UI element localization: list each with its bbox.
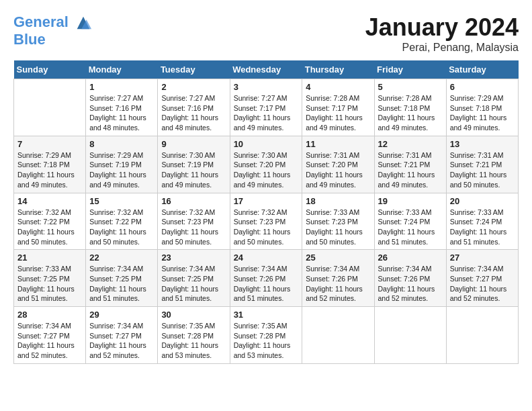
calendar-cell <box>374 307 446 364</box>
page-header: General Blue January 2024 Perai, Penang,… <box>13 13 519 54</box>
calendar-cell: 25Sunrise: 7:34 AM Sunset: 7:26 PM Dayli… <box>302 250 374 307</box>
cell-info: Sunrise: 7:28 AM Sunset: 7:18 PM Dayligh… <box>378 93 443 133</box>
location-title: Perai, Penang, Malaysia <box>365 42 519 54</box>
cell-info: Sunrise: 7:29 AM Sunset: 7:19 PM Dayligh… <box>89 150 154 190</box>
cell-info: Sunrise: 7:27 AM Sunset: 7:17 PM Dayligh… <box>234 93 299 133</box>
header-thursday: Thursday <box>302 60 374 79</box>
calendar-cell <box>14 79 86 136</box>
calendar-cell: 20Sunrise: 7:33 AM Sunset: 7:24 PM Dayli… <box>446 193 518 250</box>
cell-info: Sunrise: 7:34 AM Sunset: 7:27 PM Dayligh… <box>450 264 515 304</box>
cell-info: Sunrise: 7:32 AM Sunset: 7:22 PM Dayligh… <box>89 208 154 247</box>
calendar-cell: 3Sunrise: 7:27 AM Sunset: 7:17 PM Daylig… <box>230 79 302 136</box>
calendar-cell: 16Sunrise: 7:32 AM Sunset: 7:23 PM Dayli… <box>158 193 230 250</box>
calendar-cell: 1Sunrise: 7:27 AM Sunset: 7:16 PM Daylig… <box>86 79 158 136</box>
header-monday: Monday <box>86 60 158 79</box>
day-number: 9 <box>161 139 226 149</box>
calendar-cell <box>446 307 518 364</box>
day-number: 18 <box>306 196 370 206</box>
day-number: 16 <box>161 196 226 206</box>
calendar-cell: 22Sunrise: 7:34 AM Sunset: 7:25 PM Dayli… <box>86 250 158 307</box>
cell-info: Sunrise: 7:32 AM Sunset: 7:23 PM Dayligh… <box>234 208 299 247</box>
calendar-week-4: 21Sunrise: 7:33 AM Sunset: 7:25 PM Dayli… <box>14 250 519 307</box>
calendar-cell: 24Sunrise: 7:34 AM Sunset: 7:26 PM Dayli… <box>230 250 302 307</box>
day-number: 8 <box>89 139 154 149</box>
calendar-week-5: 28Sunrise: 7:34 AM Sunset: 7:27 PM Dayli… <box>14 307 519 364</box>
cell-info: Sunrise: 7:28 AM Sunset: 7:17 PM Dayligh… <box>306 93 370 133</box>
calendar-cell: 18Sunrise: 7:33 AM Sunset: 7:23 PM Dayli… <box>302 193 374 250</box>
cell-info: Sunrise: 7:34 AM Sunset: 7:25 PM Dayligh… <box>161 264 226 304</box>
cell-info: Sunrise: 7:32 AM Sunset: 7:22 PM Dayligh… <box>17 208 82 247</box>
calendar-cell: 23Sunrise: 7:34 AM Sunset: 7:25 PM Dayli… <box>158 250 230 307</box>
day-number: 10 <box>234 139 299 149</box>
day-number: 22 <box>89 253 154 263</box>
cell-info: Sunrise: 7:33 AM Sunset: 7:23 PM Dayligh… <box>306 208 370 247</box>
calendar-cell: 31Sunrise: 7:35 AM Sunset: 7:28 PM Dayli… <box>230 307 302 364</box>
cell-info: Sunrise: 7:34 AM Sunset: 7:27 PM Dayligh… <box>89 321 154 361</box>
day-number: 31 <box>234 310 299 320</box>
calendar-cell: 14Sunrise: 7:32 AM Sunset: 7:22 PM Dayli… <box>14 193 86 250</box>
cell-info: Sunrise: 7:35 AM Sunset: 7:28 PM Dayligh… <box>234 321 299 361</box>
calendar-week-2: 7Sunrise: 7:29 AM Sunset: 7:18 PM Daylig… <box>14 136 519 193</box>
title-block: January 2024 Perai, Penang, Malaysia <box>365 13 519 54</box>
cell-info: Sunrise: 7:31 AM Sunset: 7:21 PM Dayligh… <box>450 150 515 190</box>
cell-info: Sunrise: 7:30 AM Sunset: 7:19 PM Dayligh… <box>161 150 226 190</box>
calendar-cell: 4Sunrise: 7:28 AM Sunset: 7:17 PM Daylig… <box>302 79 374 136</box>
calendar-cell: 10Sunrise: 7:30 AM Sunset: 7:20 PM Dayli… <box>230 136 302 193</box>
day-number: 13 <box>450 139 515 149</box>
calendar-cell: 29Sunrise: 7:34 AM Sunset: 7:27 PM Dayli… <box>86 307 158 364</box>
day-number: 26 <box>378 253 443 263</box>
cell-info: Sunrise: 7:32 AM Sunset: 7:23 PM Dayligh… <box>161 208 226 247</box>
header-wednesday: Wednesday <box>230 60 302 79</box>
day-number: 1 <box>89 82 154 92</box>
day-number: 21 <box>17 253 82 263</box>
calendar-week-1: 1Sunrise: 7:27 AM Sunset: 7:16 PM Daylig… <box>14 79 519 136</box>
calendar-cell: 5Sunrise: 7:28 AM Sunset: 7:18 PM Daylig… <box>374 79 446 136</box>
calendar-cell: 15Sunrise: 7:32 AM Sunset: 7:22 PM Dayli… <box>86 193 158 250</box>
calendar-cell: 7Sunrise: 7:29 AM Sunset: 7:18 PM Daylig… <box>14 136 86 193</box>
day-number: 28 <box>17 310 82 320</box>
calendar-cell: 6Sunrise: 7:29 AM Sunset: 7:18 PM Daylig… <box>446 79 518 136</box>
cell-info: Sunrise: 7:34 AM Sunset: 7:26 PM Dayligh… <box>234 264 299 304</box>
cell-info: Sunrise: 7:30 AM Sunset: 7:20 PM Dayligh… <box>234 150 299 190</box>
day-number: 3 <box>234 82 299 92</box>
day-number: 29 <box>89 310 154 320</box>
day-number: 30 <box>161 310 226 320</box>
calendar-cell: 13Sunrise: 7:31 AM Sunset: 7:21 PM Dayli… <box>446 136 518 193</box>
calendar-cell: 17Sunrise: 7:32 AM Sunset: 7:23 PM Dayli… <box>230 193 302 250</box>
cell-info: Sunrise: 7:34 AM Sunset: 7:27 PM Dayligh… <box>17 321 82 361</box>
cell-info: Sunrise: 7:29 AM Sunset: 7:18 PM Dayligh… <box>17 150 82 190</box>
calendar-cell: 27Sunrise: 7:34 AM Sunset: 7:27 PM Dayli… <box>446 250 518 307</box>
logo: General Blue <box>13 13 93 47</box>
day-number: 27 <box>450 253 515 263</box>
cell-info: Sunrise: 7:34 AM Sunset: 7:26 PM Dayligh… <box>378 264 443 304</box>
day-number: 19 <box>378 196 443 206</box>
day-number: 6 <box>450 82 515 92</box>
day-number: 23 <box>161 253 226 263</box>
cell-info: Sunrise: 7:34 AM Sunset: 7:25 PM Dayligh… <box>89 264 154 304</box>
logo-blue: Blue <box>13 32 93 47</box>
cell-info: Sunrise: 7:33 AM Sunset: 7:24 PM Dayligh… <box>450 208 515 247</box>
calendar-cell: 26Sunrise: 7:34 AM Sunset: 7:26 PM Dayli… <box>374 250 446 307</box>
calendar-header-row: SundayMondayTuesdayWednesdayThursdayFrid… <box>14 60 519 79</box>
cell-info: Sunrise: 7:27 AM Sunset: 7:16 PM Dayligh… <box>161 93 226 133</box>
cell-info: Sunrise: 7:33 AM Sunset: 7:25 PM Dayligh… <box>17 264 82 304</box>
month-title: January 2024 <box>365 13 519 42</box>
day-number: 5 <box>378 82 443 92</box>
calendar-cell <box>302 307 374 364</box>
header-tuesday: Tuesday <box>158 60 230 79</box>
day-number: 7 <box>17 139 82 149</box>
calendar-cell: 30Sunrise: 7:35 AM Sunset: 7:28 PM Dayli… <box>158 307 230 364</box>
cell-info: Sunrise: 7:31 AM Sunset: 7:21 PM Dayligh… <box>378 150 443 190</box>
cell-info: Sunrise: 7:29 AM Sunset: 7:18 PM Dayligh… <box>450 93 515 133</box>
day-number: 17 <box>234 196 299 206</box>
calendar-cell: 28Sunrise: 7:34 AM Sunset: 7:27 PM Dayli… <box>14 307 86 364</box>
cell-info: Sunrise: 7:31 AM Sunset: 7:20 PM Dayligh… <box>306 150 370 190</box>
day-number: 12 <box>378 139 443 149</box>
day-number: 24 <box>234 253 299 263</box>
header-friday: Friday <box>374 60 446 79</box>
header-saturday: Saturday <box>446 60 518 79</box>
day-number: 20 <box>450 196 515 206</box>
calendar-cell: 8Sunrise: 7:29 AM Sunset: 7:19 PM Daylig… <box>86 136 158 193</box>
calendar-cell: 19Sunrise: 7:33 AM Sunset: 7:24 PM Dayli… <box>374 193 446 250</box>
calendar-cell: 21Sunrise: 7:33 AM Sunset: 7:25 PM Dayli… <box>14 250 86 307</box>
